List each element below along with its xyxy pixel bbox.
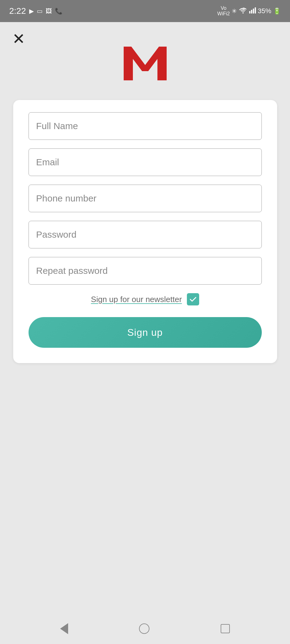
bluetooth-icon: ✳	[232, 7, 237, 15]
back-nav-icon[interactable]	[60, 623, 68, 634]
wifi-icon	[239, 7, 247, 15]
phone-group	[29, 185, 262, 212]
home-nav-icon[interactable]	[139, 623, 149, 634]
app-logo	[121, 44, 170, 83]
close-button[interactable]: ✕	[12, 31, 25, 47]
youtube-icon: ▶	[29, 7, 34, 15]
repeat-password-input[interactable]	[29, 257, 262, 285]
repeat-password-group	[29, 257, 262, 285]
svg-rect-2	[253, 9, 254, 13]
phone-input[interactable]	[29, 185, 262, 212]
status-time: 2:22	[9, 6, 26, 16]
email-input[interactable]	[29, 148, 262, 176]
svg-rect-0	[249, 11, 250, 13]
main-content: ✕ Sign up for our newsletter	[0, 22, 290, 613]
signal-icon	[249, 7, 256, 15]
fullname-group	[29, 112, 262, 140]
newsletter-checkbox[interactable]	[187, 293, 199, 305]
recent-nav-icon[interactable]	[221, 624, 230, 633]
status-bar: 2:22 ▶ ▭ 🖼 📞 VoWiFi2 ✳ 35% 🔋	[0, 0, 290, 22]
form-card: Sign up for our newsletter Sign up	[13, 100, 277, 363]
logo-container	[121, 44, 170, 85]
email-group	[29, 148, 262, 176]
photo-icon: 🖼	[46, 8, 52, 15]
full-name-input[interactable]	[29, 112, 262, 140]
cast-icon: ▭	[37, 7, 43, 15]
password-group	[29, 221, 262, 248]
newsletter-label: Sign up for our newsletter	[91, 295, 182, 304]
svg-rect-1	[251, 10, 252, 13]
battery-icon: 🔋	[273, 7, 281, 15]
status-left: 2:22 ▶ ▭ 🖼 📞	[9, 6, 63, 16]
checkmark-icon	[189, 295, 197, 303]
phone-icon: 📞	[55, 7, 63, 15]
battery-text: 35%	[258, 7, 271, 15]
svg-rect-3	[255, 7, 256, 13]
password-input[interactable]	[29, 221, 262, 248]
svg-rect-4	[141, 46, 150, 57]
signup-button[interactable]: Sign up	[29, 317, 262, 348]
status-right: VoWiFi2 ✳ 35% 🔋	[217, 6, 281, 16]
bottom-nav	[0, 613, 290, 644]
newsletter-row: Sign up for our newsletter	[29, 293, 262, 305]
vowifi-icon: VoWiFi2	[217, 6, 230, 16]
